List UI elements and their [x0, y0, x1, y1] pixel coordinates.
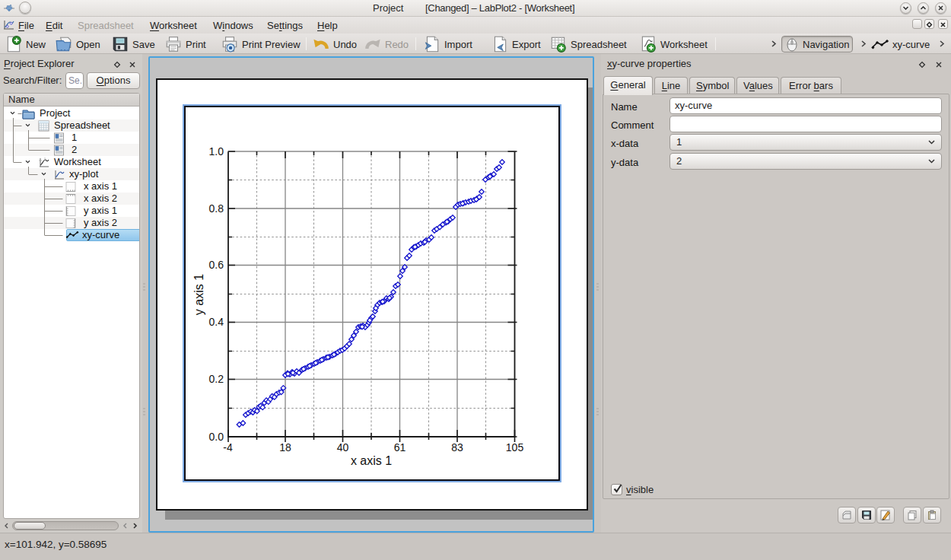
svg-text:y axis 1: y axis 1 — [192, 274, 205, 315]
svg-text:1.0: 1.0 — [209, 145, 224, 158]
svg-text:0.0: 0.0 — [209, 431, 224, 443]
svg-text:0.6: 0.6 — [209, 259, 224, 271]
svg-text:x axis 1: x axis 1 — [351, 454, 392, 467]
svg-text:18: 18 — [279, 441, 291, 453]
svg-text:-4: -4 — [223, 441, 233, 453]
svg-text:105: 105 — [506, 441, 524, 453]
svg-text:61: 61 — [394, 441, 406, 453]
svg-text:40: 40 — [337, 441, 349, 453]
svg-text:0.4: 0.4 — [209, 316, 224, 328]
svg-text:0.2: 0.2 — [209, 373, 224, 385]
svg-text:83: 83 — [451, 441, 463, 453]
svg-text:0.8: 0.8 — [209, 202, 224, 215]
